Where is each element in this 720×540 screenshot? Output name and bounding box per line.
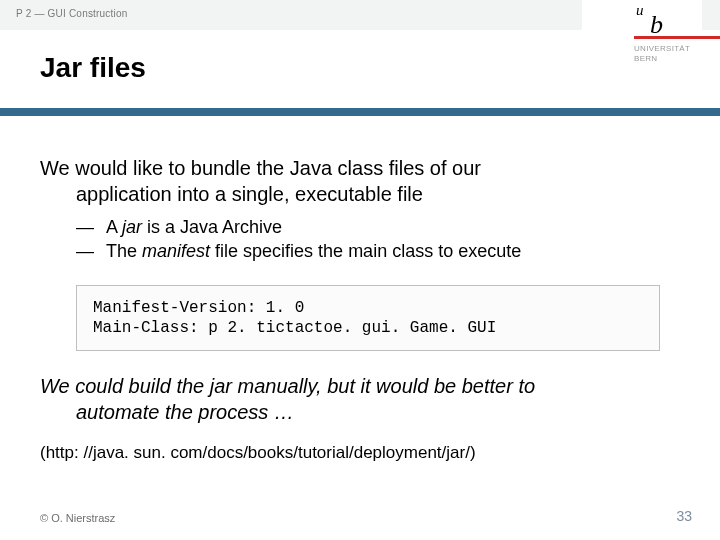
page-title: Jar files (40, 52, 146, 84)
lead-text: We would like to bundle the Java class f… (40, 155, 680, 207)
outro-text: We could build the jar manually, but it … (40, 373, 680, 425)
logo-b-glyph: b (650, 10, 663, 39)
logo-text: UNIVERSITÄT BERN (634, 44, 690, 64)
bullet-list: — A jar is a Java Archive — The manifest… (40, 215, 680, 263)
reference-link: (http: //java. sun. com/docs/books/tutor… (40, 443, 680, 463)
logo-u-glyph: u (636, 2, 644, 19)
footer-page-number: 33 (676, 508, 692, 524)
content-area: We would like to bundle the Java class f… (40, 155, 680, 463)
title-rule (0, 108, 720, 116)
slide: P 2 — GUI Construction Jar files u b UNI… (0, 0, 720, 540)
logo-red-bar (634, 36, 720, 39)
list-item: — A jar is a Java Archive (76, 215, 680, 239)
university-logo: u b UNIVERSITÄT BERN (582, 0, 702, 104)
footer-copyright: © O. Nierstrasz (40, 512, 115, 524)
list-item: — The manifest file specifies the main c… (76, 239, 680, 263)
breadcrumb: P 2 — GUI Construction (16, 8, 127, 19)
code-block: Manifest-Version: 1. 0 Main-Class: p 2. … (76, 285, 660, 351)
